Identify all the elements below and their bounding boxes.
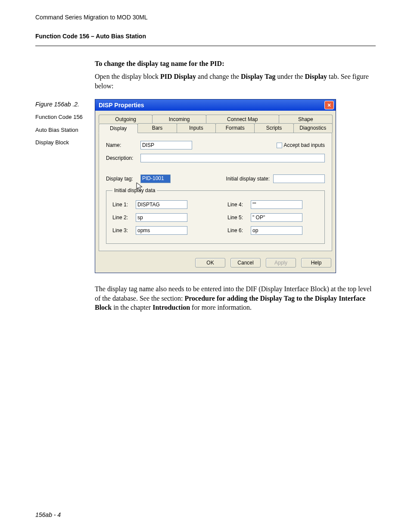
intro-text: Open the display block (95, 73, 160, 80)
description-label: Description: (106, 155, 140, 161)
window-title: DISP Properties (99, 102, 144, 109)
figure-note-1: Function Code 156 (35, 113, 90, 121)
outro-paragraph: The display tag name also needs to be en… (95, 284, 376, 312)
line3-input[interactable] (136, 226, 187, 235)
line1-label: Line 1: (112, 202, 136, 208)
tab-inputs[interactable]: Inputs (177, 123, 216, 133)
close-icon: × (327, 102, 331, 109)
outro-text: for more information. (190, 304, 252, 311)
tab-incoming[interactable]: Incoming (152, 115, 206, 124)
close-button[interactable]: × (324, 101, 334, 109)
line5-label: Line 5: (227, 215, 251, 221)
description-input[interactable] (140, 154, 325, 162)
intro-text: under the (276, 73, 305, 80)
initial-state-input[interactable] (273, 174, 325, 183)
line1-input[interactable] (136, 200, 187, 209)
accept-label: Accept bad inputs (284, 142, 325, 148)
section-title: Function Code 156 – Auto Bias Station (35, 33, 376, 40)
tab-scripts[interactable]: Scripts (254, 123, 293, 133)
intro-text: and change the (196, 73, 241, 80)
running-head: Command Series Migration to MOD 30ML (35, 14, 376, 21)
tab-connect-map[interactable]: Connect Map (206, 115, 279, 124)
page-footer: 156ab - 4 (35, 511, 61, 518)
line3-label: Line 3: (112, 227, 136, 233)
line4-input[interactable] (251, 200, 302, 209)
intro-bold-pid: PID Display (160, 73, 196, 80)
name-input[interactable] (140, 141, 192, 149)
intro-heading: To change the display tag name for the P… (95, 60, 376, 68)
tab-shape[interactable]: Shape (279, 115, 333, 124)
line2-label: Line 2: (112, 215, 136, 221)
tab-formats[interactable]: Formats (215, 123, 255, 133)
tab-bars[interactable]: Bars (137, 123, 177, 133)
intro-bold-tag: Display Tag (241, 73, 275, 80)
ok-button[interactable]: OK (195, 258, 225, 268)
figure-note-3: Display Block (35, 138, 90, 147)
line2-input[interactable] (136, 213, 187, 222)
line6-label: Line 6: (227, 227, 251, 233)
name-label: Name: (106, 142, 140, 148)
display-tag-label: Display tag: (106, 176, 140, 182)
initial-state-label: Initial display state: (226, 176, 270, 182)
outro-text: in the chapter (112, 304, 153, 311)
titlebar[interactable]: DISP Properties × (95, 100, 336, 111)
intro-bold-display: Display (305, 73, 327, 80)
accept-checkbox[interactable] (277, 142, 284, 148)
tab-outgoing[interactable]: Outgoing (99, 115, 153, 124)
checkbox-icon (277, 143, 282, 148)
intro-paragraph: Open the display block PID Display and c… (95, 72, 376, 90)
tab-diagnostics[interactable]: Diagnostics (293, 123, 333, 133)
line6-input[interactable] (251, 226, 302, 235)
help-button[interactable]: Help (301, 258, 331, 268)
apply-button[interactable]: Apply (266, 258, 296, 268)
initial-display-data-group: Initial display data Line 1: Line 2: Lin… (106, 187, 325, 244)
display-tag-input[interactable]: PID-1001 (140, 174, 171, 183)
group-legend: Initial display data (112, 187, 157, 193)
outro-bold-intro: Introduction (153, 304, 190, 311)
figure-label: Figure 156ab .2. (35, 101, 90, 108)
tab-display[interactable]: Display (99, 124, 138, 133)
display-tab-panel: Name: Accept bad inputs Description: Dis… (99, 133, 332, 251)
properties-dialog: DISP Properties × Outgoing Incoming Conn… (95, 99, 336, 273)
figure-note-2: Auto Bias Station (35, 126, 90, 134)
line5-input[interactable] (251, 213, 302, 222)
cancel-button[interactable]: Cancel (230, 258, 261, 268)
line4-label: Line 4: (227, 202, 251, 208)
